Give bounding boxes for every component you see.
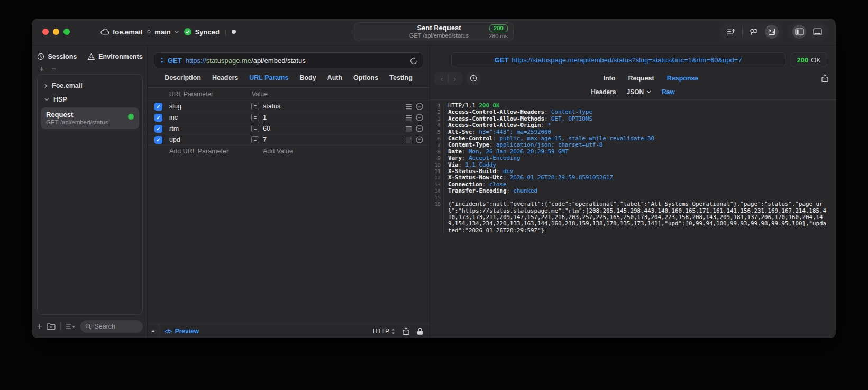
sync-flow-view-button[interactable]: [747, 25, 761, 39]
line-number: 11: [430, 168, 444, 175]
request-url-bar[interactable]: GET https://statuspage.me/api/embed/stat…: [154, 52, 423, 68]
subtab-raw[interactable]: Raw: [662, 88, 675, 96]
titlebar: foe.email main Synced: [32, 19, 836, 45]
equals-type-icon[interactable]: =: [251, 114, 259, 121]
request-response-view-button[interactable]: [765, 25, 779, 39]
lock-icon[interactable]: [417, 328, 423, 335]
line-number: 15: [430, 195, 444, 201]
branch-icon: [147, 28, 151, 35]
tab-info[interactable]: Info: [604, 75, 616, 82]
request-url[interactable]: https://statuspage.me/api/embed/status: [186, 57, 406, 65]
tree-group-foe-email[interactable]: Foe.email: [41, 79, 139, 93]
sent-request-url[interactable]: GEThttps://statuspage.me/api/embed/statu…: [451, 52, 785, 67]
pill-subtitle: GET /api/embed/status: [389, 32, 489, 39]
param-row-inc[interactable]: ✓inc=1: [148, 112, 430, 123]
add-folder-button[interactable]: [47, 323, 56, 330]
add-param-placeholder[interactable]: Add URL Parameter: [169, 148, 251, 155]
tree-group-hsp[interactable]: HSP: [41, 93, 139, 106]
search-input[interactable]: [94, 323, 138, 330]
method-stepper-icon[interactable]: [160, 57, 164, 64]
remove-row-icon[interactable]: [416, 125, 423, 132]
request-status-pill[interactable]: Sent Request GET /api/embed/status 200 2…: [354, 22, 514, 41]
resend-request-button[interactable]: [410, 57, 417, 65]
collapse-panel-button[interactable]: [148, 324, 159, 338]
code-line: 16{"incidents":null,"overall":{"code":"o…: [430, 201, 836, 234]
tab-headers[interactable]: Headers: [212, 74, 238, 81]
toggle-sidebar-button[interactable]: [792, 25, 806, 39]
branch-selector[interactable]: main: [147, 28, 179, 36]
sync-status[interactable]: Synced: [184, 28, 220, 36]
param-table: ✓slug=status✓inc=1✓rtm=60✓upd=7Add URL P…: [148, 101, 430, 157]
add-request-button[interactable]: +: [37, 322, 42, 331]
project-menu[interactable]: foe.email: [100, 28, 142, 36]
tree-request-item[interactable]: RequestGET /api/embed/status: [41, 107, 139, 129]
chevron-down-icon: [44, 97, 50, 102]
tab-url-params[interactable]: URL Params: [249, 74, 288, 81]
sidebar: Sessions Environments + − Foe.emailHSPRe…: [32, 46, 148, 338]
param-name[interactable]: upd: [169, 136, 251, 143]
line-number: 5: [430, 129, 444, 135]
tab-body[interactable]: Body: [299, 74, 316, 81]
param-value[interactable]: status: [263, 103, 280, 110]
history-clock-button[interactable]: [467, 72, 480, 85]
row-options-icon[interactable]: [405, 115, 412, 121]
tab-description[interactable]: Description: [165, 74, 201, 81]
history-forward-button[interactable]: ›: [449, 74, 461, 83]
chevron-down-icon: [646, 90, 651, 94]
history-back-button[interactable]: ‹: [435, 74, 448, 83]
traffic-lights: [42, 29, 70, 35]
param-checkbox[interactable]: ✓: [154, 136, 162, 144]
add-session-button[interactable]: +: [39, 64, 44, 73]
subtab-headers[interactable]: Headers: [591, 88, 616, 96]
tab-testing[interactable]: Testing: [389, 74, 413, 81]
tab-options[interactable]: Options: [353, 74, 378, 81]
tab-request[interactable]: Request: [628, 75, 654, 82]
sidebar-search[interactable]: [80, 320, 143, 333]
share-request-button[interactable]: [403, 327, 409, 335]
param-value[interactable]: 1: [263, 114, 267, 121]
equals-type-icon[interactable]: =: [251, 136, 259, 143]
line-number: 3: [430, 116, 444, 122]
remove-row-icon[interactable]: [416, 136, 423, 143]
zoom-window-button[interactable]: [63, 29, 70, 35]
preview-button[interactable]: </> Preview: [165, 328, 199, 335]
request-list-view-button[interactable]: [724, 25, 738, 39]
add-value-placeholder[interactable]: Add Value: [263, 148, 293, 155]
param-name[interactable]: slug: [169, 103, 251, 110]
toggle-bottom-panel-button[interactable]: [810, 25, 824, 39]
row-options-icon[interactable]: [405, 126, 412, 132]
param-checkbox[interactable]: ✓: [154, 125, 162, 133]
close-window-button[interactable]: [42, 29, 49, 35]
param-row-slug[interactable]: ✓slug=status: [148, 101, 430, 112]
row-options-icon[interactable]: [405, 104, 412, 110]
param-checkbox[interactable]: ✓: [154, 103, 162, 111]
remove-row-icon[interactable]: [416, 103, 423, 110]
sort-filter-button[interactable]: [66, 323, 76, 330]
request-bottom-bar: </> Preview HTTP: [148, 324, 430, 338]
export-response-button[interactable]: [821, 74, 828, 83]
tab-environments[interactable]: Environments: [87, 53, 142, 60]
response-body[interactable]: 1HTTP/1.1 200 OK2Access-Control-Allow-He…: [430, 100, 836, 338]
subtab-json[interactable]: JSON: [627, 88, 652, 96]
row-options-icon[interactable]: [405, 137, 412, 143]
tab-auth[interactable]: Auth: [327, 74, 342, 81]
sessions-clock-icon: [37, 53, 44, 60]
add-param-row[interactable]: Add URL ParameterAdd Value: [148, 145, 430, 157]
remove-session-button[interactable]: −: [51, 64, 56, 73]
equals-type-icon[interactable]: =: [251, 125, 259, 132]
latency-label: 280 ms: [489, 33, 508, 39]
param-row-rtm[interactable]: ✓rtm=60: [148, 123, 430, 134]
remove-row-icon[interactable]: [416, 114, 423, 121]
param-name[interactable]: rtm: [169, 125, 251, 132]
panel-toggle-group: [788, 23, 828, 41]
minimize-window-button[interactable]: [53, 29, 59, 35]
param-checkbox[interactable]: ✓: [154, 114, 162, 122]
protocol-selector[interactable]: HTTP: [373, 328, 395, 335]
equals-type-icon[interactable]: =: [251, 103, 259, 110]
tab-response[interactable]: Response: [667, 75, 699, 82]
param-name[interactable]: inc: [169, 114, 251, 121]
param-value[interactable]: 7: [263, 136, 267, 143]
param-row-upd[interactable]: ✓upd=7: [148, 134, 430, 145]
param-value[interactable]: 60: [263, 125, 270, 132]
tab-sessions[interactable]: Sessions: [37, 53, 77, 60]
